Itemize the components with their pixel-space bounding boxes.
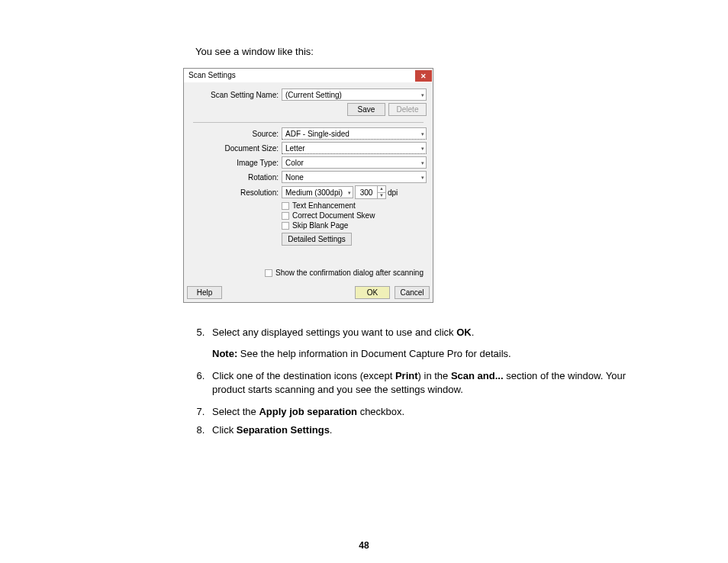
divider [193,122,424,123]
step-7: Select the Apply job separation checkbox… [208,405,644,419]
spinner-up-icon[interactable]: ▲ [378,186,385,192]
dpi-spinner[interactable]: 300 ▲ ▼ [355,185,386,199]
show-confirm-label: Show the confirmation dialog after scann… [275,269,424,277]
correct-skew-checkbox[interactable] [282,212,289,220]
resolution-select[interactable]: Medium (300dpi) ▾ [282,186,353,198]
chevron-down-icon: ▾ [421,146,424,151]
scan-name-select[interactable]: (Current Setting) ▾ [282,88,427,101]
delete-button[interactable]: Delete [388,103,427,116]
chevron-down-icon: ▾ [421,175,424,180]
step-8: Click Separation Settings. [208,423,644,437]
imgtype-label: Image Type: [190,159,282,167]
step-6: Click one of the destination icons (exce… [208,369,644,396]
skip-blank-label: Skip Blank Page [292,221,348,230]
rotation-label: Rotation: [190,173,282,182]
intro-text: You see a window like this: [195,46,644,57]
dpi-label: dpi [388,188,398,197]
rotation-value: None [285,173,304,182]
ok-button[interactable]: OK [355,286,390,299]
cancel-button[interactable]: Cancel [395,286,430,299]
docsize-select[interactable]: Letter ▾ [282,142,427,154]
imgtype-select[interactable]: Color ▾ [282,156,427,169]
dialog-titlebar: Scan Settings ✕ [184,69,433,82]
dialog-screenshot: Scan Settings ✕ Scan Setting Name: (Curr… [183,68,644,303]
page-number: 48 [0,540,728,551]
skip-blank-checkbox[interactable] [282,222,289,230]
text-enhancement-checkbox[interactable] [282,202,289,210]
dpi-value: 300 [356,186,377,198]
chevron-down-icon: ▾ [421,160,424,166]
scan-name-value: (Current Setting) [285,91,342,99]
help-button[interactable]: Help [187,286,222,299]
source-value: ADF - Single-sided [285,130,350,138]
save-button[interactable]: Save [347,103,385,116]
chevron-down-icon: ▾ [421,131,424,137]
imgtype-value: Color [285,159,304,167]
detailed-settings-button[interactable]: Detailed Settings [282,233,352,246]
source-label: Source: [190,130,282,138]
docsize-label: Document Size: [190,144,282,153]
resolution-value: Medium (300dpi) [285,188,343,197]
dialog-title: Scan Settings [188,69,236,82]
chevron-down-icon: ▾ [421,92,424,98]
docsize-value: Letter [285,144,305,153]
scan-settings-dialog: Scan Settings ✕ Scan Setting Name: (Curr… [183,68,433,303]
rotation-select[interactable]: None ▾ [282,171,427,183]
spinner-down-icon[interactable]: ▼ [378,192,385,199]
show-confirm-checkbox[interactable] [265,269,272,277]
correct-skew-label: Correct Document Skew [292,211,375,220]
source-select[interactable]: ADF - Single-sided ▾ [282,127,427,140]
step-5-note: Note: See the help information in Docume… [212,347,644,361]
close-icon[interactable]: ✕ [415,70,432,82]
step-5: Select any displayed settings you want t… [208,326,644,360]
text-enhancement-label: Text Enhancement [292,201,356,210]
resolution-label: Resolution: [190,188,282,197]
instruction-list: Select any displayed settings you want t… [208,326,644,436]
scan-name-label: Scan Setting Name: [190,91,282,99]
chevron-down-icon: ▾ [348,190,351,195]
